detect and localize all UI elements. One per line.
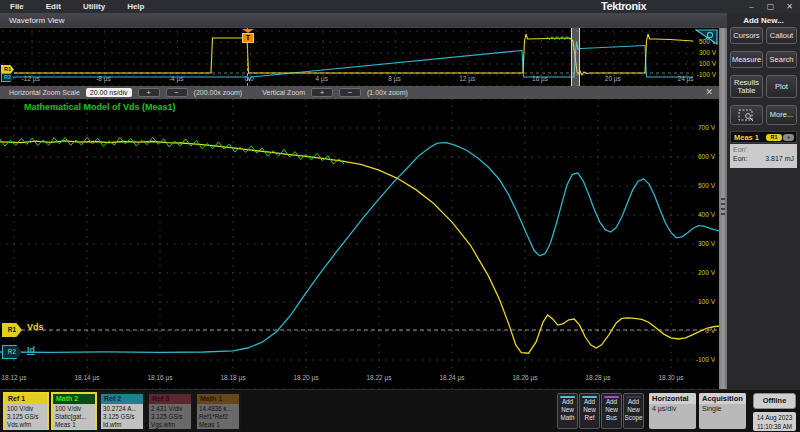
zoom-window-indicator[interactable] <box>571 28 580 86</box>
menu-file[interactable]: File <box>10 2 24 11</box>
horizontal-zoom-out-button[interactable]: − <box>166 88 188 97</box>
channel-badge-title: Math 1 <box>197 394 239 404</box>
add-new-ref-button[interactable]: AddNewRef <box>579 393 600 429</box>
add-button-label: New <box>583 406 596 414</box>
channel-badge-line: 3.125 GS/s <box>103 413 143 421</box>
meas1-results-panel: Eon' Eon: 3.817 mJ <box>730 144 797 168</box>
channel-badge-math-1[interactable]: Math 114.4836 k...Ref1*Ref2Meas 1 <box>195 392 241 430</box>
time-axis-label: 18.22 µs <box>366 374 391 381</box>
cursors-button[interactable]: Cursors <box>730 27 763 44</box>
overview-time-label: -12 µs <box>22 75 40 82</box>
overview-time-label: -4 µs <box>169 75 184 82</box>
horizontal-zoom-scale-label: Horizontal Zoom Scale <box>9 89 80 96</box>
time-axis-label: 18.30 µs <box>658 374 683 381</box>
menu-help[interactable]: Help <box>127 2 144 11</box>
search-button[interactable]: Search <box>766 51 797 68</box>
tektronix-logo: Tektronix <box>601 0 646 13</box>
voltage-axis-label: 600 V <box>698 153 715 160</box>
time-axis-label: 18.28 µs <box>585 374 610 381</box>
menu-utility[interactable]: Utility <box>83 2 105 11</box>
callout-button[interactable]: Callout <box>766 27 797 44</box>
channel-badge-line: Meas 1 <box>199 421 239 429</box>
time-axis-label: 18.24 µs <box>439 374 464 381</box>
acquisition-panel-title: Acquisition <box>699 393 746 404</box>
time-axis-label: 18.20 µs <box>293 374 318 381</box>
channel-badge-details: 14.4836 k...Ref1*Ref2Meas 1 <box>197 404 239 429</box>
vertical-zoom-out-button[interactable]: − <box>339 88 361 97</box>
channel-badge-line: 30.2724 A... <box>103 405 143 413</box>
channel-badge-ref-3[interactable]: Ref 32.431 V/div3.125 GS/sVgs.wfm <box>147 392 193 430</box>
draw-a-box-button[interactable] <box>730 105 763 125</box>
channel-badge-math-2[interactable]: Math 2100 V/divStatic[gat...Meas 1 <box>51 392 97 430</box>
window-controls: – ▢ ✕ <box>744 0 797 13</box>
measure-button[interactable]: Measure <box>730 51 763 68</box>
vertical-zoom-label: Vertical Zoom <box>262 89 305 96</box>
overview-time-label: 20 µs <box>605 75 621 82</box>
overview-time-label: 8 µs <box>388 75 400 82</box>
add-button-label: Math <box>561 414 575 422</box>
channel-badge-ref-2[interactable]: Ref 230.2724 A...3.125 GS/sId.wfm <box>99 392 145 430</box>
channel-badge-details: 30.2724 A...3.125 GS/sId.wfm <box>101 404 143 429</box>
channel-badge-line: Ref1*Ref2 <box>199 413 239 421</box>
vertical-zoom-in-button[interactable]: + <box>311 88 333 97</box>
voltage-axis-label: 500 V <box>698 182 715 189</box>
meas1-add-icon[interactable]: + <box>783 134 794 141</box>
math-model-title: Mathematical Model of Vds (Meas1) <box>24 102 176 112</box>
more-button[interactable]: More... <box>766 105 797 125</box>
splitter-grip-icon <box>721 198 725 216</box>
voltage-axis-label: -100 V <box>696 356 715 363</box>
channel-badge-details: 100 V/div3.125 GS/sVds.wfm <box>5 404 47 429</box>
add-button-label: Ref <box>585 414 595 422</box>
time-axis-label: 18.14 µs <box>74 374 99 381</box>
channel-badge-line: Vgs.wfm <box>151 421 191 429</box>
add-button-label: Add <box>628 398 639 406</box>
channel-badge-line: Static[gat... <box>55 413 95 421</box>
add-new-scope-button[interactable]: AddNewScope <box>623 393 644 429</box>
panel-splitter[interactable] <box>719 28 727 389</box>
add-button-label: New <box>561 406 574 414</box>
add-new-bus-button[interactable]: AddNewBus <box>601 393 622 429</box>
horizontal-zoom-scale-value[interactable]: 20.00 ns/div <box>86 88 132 97</box>
plot-button[interactable]: Plot <box>766 75 797 98</box>
voltage-axis-label: 300 V <box>698 240 715 247</box>
zoom-overview-close-icon[interactable]: ✕ <box>705 87 713 97</box>
channel-badge-details: 2.431 V/div3.125 GS/sVgs.wfm <box>149 404 191 429</box>
restore-button[interactable]: ▢ <box>763 1 778 12</box>
tab-waveform-view[interactable]: Waveform View <box>0 13 727 28</box>
channel-badge-line: Id.wfm <box>103 421 143 429</box>
channel-badge-title: Ref 1 <box>5 394 47 404</box>
right-panel: Add New... Cursors Callout Measure Searc… <box>727 13 800 389</box>
trigger-t-icon: T <box>242 33 254 43</box>
voltage-axis-label: 0 V <box>705 327 715 334</box>
overview-strip[interactable]: T R1 R2 -12 µs-8 µs-4 µs0.04 µs8 µs12 µs… <box>0 28 719 86</box>
overview-voltage-label: -100 V <box>697 71 716 78</box>
menu-edit[interactable]: Edit <box>46 2 61 11</box>
main-waveform-canvas[interactable]: Mathematical Model of Vds (Meas1) 18.12 … <box>0 99 719 389</box>
horizontal-zoom-in-button[interactable]: + <box>138 88 160 97</box>
overview-time-label: 4 µs <box>316 75 328 82</box>
overview-zoom-icon[interactable] <box>695 29 718 45</box>
channel-badge-line: 14.4836 k... <box>199 405 239 413</box>
acquisition-settings-panel[interactable]: Acquisition Single <box>699 393 746 429</box>
meas1-badge[interactable]: Meas 1 R1 + <box>730 131 797 143</box>
overview-time-label: 0.0 <box>244 75 253 82</box>
minimize-button[interactable]: – <box>744 1 759 12</box>
overview-time-label: 16 µs <box>532 75 548 82</box>
add-new-math-button[interactable]: AddNewMath <box>557 393 578 429</box>
horizontal-zoom-factor: (200.00x zoom) <box>194 89 243 96</box>
voltage-axis-label: 700 V <box>698 124 715 131</box>
results-table-button[interactable]: Results Table <box>730 75 763 98</box>
meas1-source-tag: R1 <box>766 134 782 141</box>
voltage-axis-label: 100 V <box>698 298 715 305</box>
trigger-marker[interactable]: T <box>242 29 254 43</box>
channel-badge-ref-1[interactable]: Ref 1100 V/div3.125 GS/sVds.wfm <box>3 392 49 430</box>
close-button[interactable]: ✕ <box>782 1 797 12</box>
meas1-result-key: Eon: <box>733 155 747 162</box>
time-axis-label: 18.16 µs <box>147 374 172 381</box>
voltage-axis-label: 400 V <box>698 211 715 218</box>
offline-button[interactable]: Offline <box>753 393 796 409</box>
add-button-label: Scope <box>625 414 643 422</box>
meas1-label: Meas 1 <box>731 133 766 142</box>
channel-badge-line: Vds.wfm <box>7 421 47 429</box>
horizontal-settings-panel[interactable]: Horizontal 4 µs/div <box>649 393 696 429</box>
